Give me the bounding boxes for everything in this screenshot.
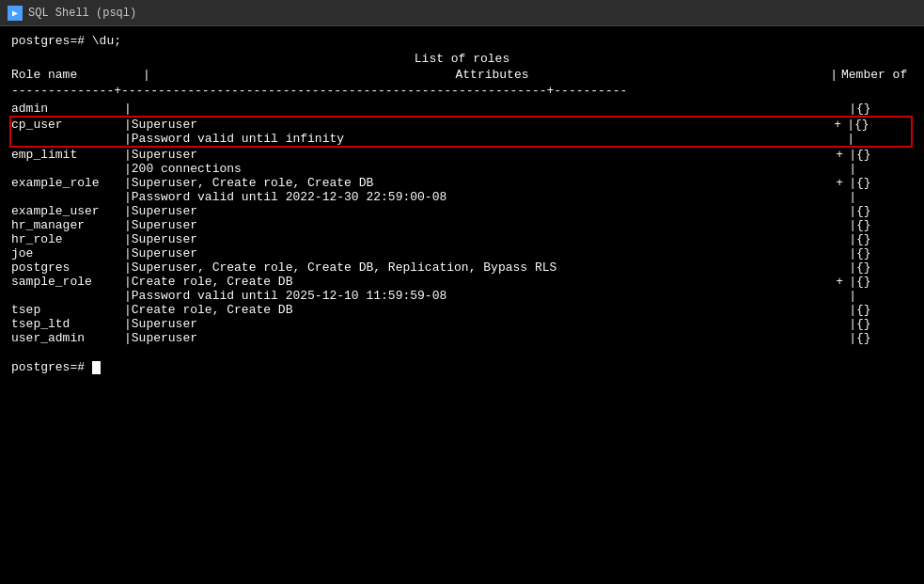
header-role-name: Role name — [11, 68, 143, 82]
titlebar: ▶ SQL Shell (psql) — [0, 0, 924, 26]
table-row: user_admin | Superuser| {} — [11, 331, 913, 345]
table-row: joe | Superuser| {} — [11, 246, 913, 260]
divider: --------------+-------------------------… — [11, 84, 913, 98]
header-attributes: Attributes — [150, 68, 830, 82]
cursor — [92, 361, 101, 374]
table-row: example_role | Superuser, Create role, C… — [11, 176, 913, 204]
table-rows: admin | | {}cp_user | Superuser+| {} | P… — [11, 102, 913, 345]
table-row: hr_manager | Superuser| {} — [11, 218, 913, 232]
table-row: sample_role | Create role, Create DB+| {… — [11, 275, 913, 303]
header-member-of: Member of — [838, 68, 913, 82]
table-row: tsep_ltd | Superuser| {} — [11, 317, 913, 331]
table-row: admin | | {} — [11, 102, 913, 116]
table-row: example_user | Superuser| {} — [11, 204, 913, 218]
app-icon: ▶ — [8, 6, 23, 21]
table-row: tsep | Create role, Create DB| {} — [11, 303, 913, 317]
terminal-body[interactable]: postgres=# \du; List of roles Role name … — [0, 26, 924, 584]
table-header: Role name | Attributes | Member of — [11, 68, 913, 82]
table-title: List of roles — [11, 52, 913, 66]
bottom-prompt: postgres=# — [11, 360, 913, 374]
window-title: SQL Shell (psql) — [28, 7, 136, 20]
table-row: cp_user | Superuser+| {} | Password vali… — [9, 116, 913, 148]
window: ▶ SQL Shell (psql) postgres=# \du; List … — [0, 0, 924, 584]
table-row: emp_limit | Superuser+| {} | 200 connect… — [11, 148, 913, 176]
prompt-command: postgres=# \du; — [11, 34, 913, 48]
table-row: postgres | Superuser, Create role, Creat… — [11, 260, 913, 275]
table-row: hr_role | Superuser| {} — [11, 232, 913, 246]
